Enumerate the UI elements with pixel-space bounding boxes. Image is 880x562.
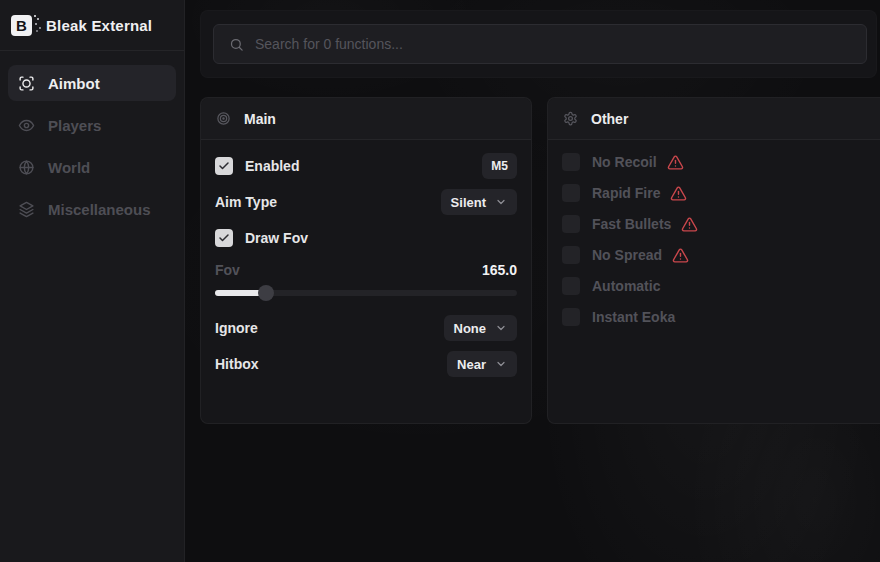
automatic-row: Automatic [562,277,873,295]
app-logo: B [11,15,32,36]
aim-type-label: Aim Type [215,194,277,210]
content-area: Main Enabled M5 Aim Type Silent [200,0,880,562]
hitbox-label: Hitbox [215,356,259,372]
fast-bullets-label: Fast Bullets [592,216,671,232]
ignore-label: Ignore [215,320,258,336]
eye-icon [18,117,35,134]
ignore-value: None [454,321,487,336]
instant-eoka-checkbox[interactable] [562,308,580,326]
automatic-checkbox[interactable] [562,277,580,295]
draw-fov-row: Draw Fov [215,225,517,251]
no-spread-checkbox[interactable] [562,246,580,264]
panels-row: Main Enabled M5 Aim Type Silent [200,97,880,424]
sidebar-item-aimbot[interactable]: Aimbot [8,65,176,101]
target-icon [216,111,231,126]
rapid-fire-label: Rapid Fire [592,185,660,201]
sidebar-item-label: Players [48,117,101,134]
sidebar-item-miscellaneous[interactable]: Miscellaneous [8,191,176,227]
enabled-checkbox[interactable] [215,157,233,175]
no-recoil-label: No Recoil [592,154,657,170]
chevron-down-icon [495,196,507,208]
main-panel: Main Enabled M5 Aim Type Silent [200,97,532,424]
hitbox-select[interactable]: Near [447,351,517,377]
automatic-label: Automatic [592,278,660,294]
main-panel-body: Enabled M5 Aim Type Silent D [201,140,531,423]
search-icon [229,37,244,52]
hitbox-row: Hitbox Near [215,351,517,377]
enabled-label: Enabled [245,158,299,174]
other-panel-header: Other [548,98,880,140]
check-icon [218,232,230,244]
enabled-keybind-badge[interactable]: M5 [482,153,517,179]
ignore-select[interactable]: None [444,315,518,341]
main-panel-header: Main [201,98,531,140]
topbar [200,10,877,78]
aim-type-value: Silent [451,195,486,210]
no-recoil-row: No Recoil [562,153,873,171]
other-panel-title: Other [591,111,628,127]
draw-fov-checkbox[interactable] [215,229,233,247]
instant-eoka-label: Instant Eoka [592,309,675,325]
aim-type-select[interactable]: Silent [441,189,517,215]
sidebar-nav: Aimbot Players World Miscellaneous [0,51,184,227]
fov-row: Fov 165.0 [215,261,517,279]
warning-triangle-icon [670,185,687,202]
fast-bullets-row: Fast Bullets [562,215,873,233]
aim-type-row: Aim Type Silent [215,189,517,215]
sidebar-item-label: Miscellaneous [48,201,151,218]
sidebar-item-label: World [48,159,90,176]
warning-triangle-icon [672,247,689,264]
globe-icon [18,159,35,176]
hitbox-value: Near [457,357,486,372]
rapid-fire-checkbox[interactable] [562,184,580,202]
no-spread-row: No Spread [562,246,873,264]
main-panel-title: Main [244,111,276,127]
draw-fov-label: Draw Fov [245,230,308,246]
warning-triangle-icon [681,216,698,233]
warning-triangle-icon [667,154,684,171]
layers-icon [18,201,35,218]
fov-slider-thumb[interactable] [258,285,274,301]
other-panel-body: No Recoil Rapid Fire Fast Bullets [548,140,880,423]
check-icon [218,160,230,172]
fov-value: 165.0 [482,262,517,278]
chevron-down-icon [495,322,507,334]
search-input[interactable] [255,36,851,52]
sidebar-header: B Bleak External [0,0,184,51]
gear-icon [563,111,578,126]
search-box [213,24,867,64]
instant-eoka-row: Instant Eoka [562,308,873,326]
sidebar-item-players[interactable]: Players [8,107,176,143]
ignore-row: Ignore None [215,315,517,341]
fov-slider[interactable] [215,285,517,301]
fov-label: Fov [215,262,240,278]
sidebar: B Bleak External Aimbot Players World [0,0,185,562]
crosshair-icon [18,75,35,92]
other-panel: Other No Recoil Rapid Fire [547,97,880,424]
no-recoil-checkbox[interactable] [562,153,580,171]
sidebar-item-label: Aimbot [48,75,100,92]
sidebar-item-world[interactable]: World [8,149,176,185]
chevron-down-icon [495,358,507,370]
app-title: Bleak External [46,17,152,34]
enabled-row: Enabled M5 [215,153,517,179]
fast-bullets-checkbox[interactable] [562,215,580,233]
rapid-fire-row: Rapid Fire [562,184,873,202]
no-spread-label: No Spread [592,247,662,263]
logo-particles-decoration [34,15,36,17]
